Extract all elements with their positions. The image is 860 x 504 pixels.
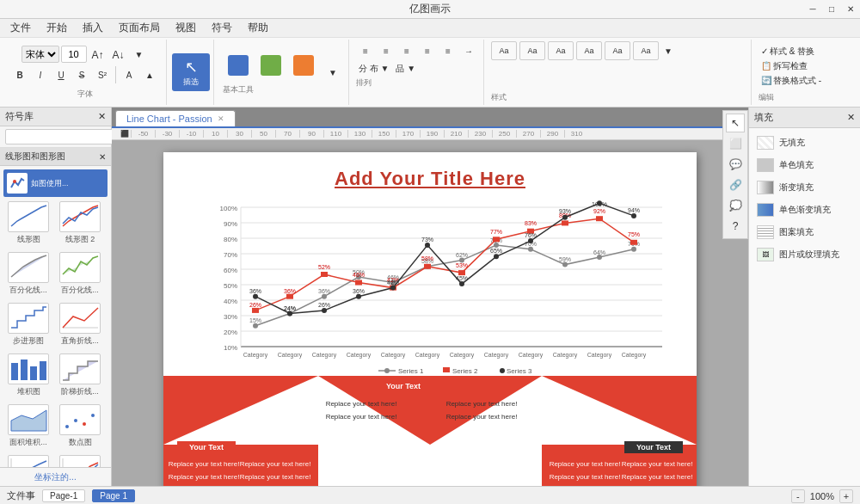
shadow-btn[interactable]: S² [93,66,112,85]
zoom-plus[interactable]: + [839,489,853,503]
right-panel-close[interactable]: ✕ [847,112,855,123]
zoom-minus[interactable]: - [791,489,805,503]
status-page-label[interactable]: Page-1 [42,489,85,502]
svg-text:Category: Category [243,352,268,359]
chart-thumb-pct1 [8,252,49,283]
maximize-btn[interactable]: □ [822,0,841,19]
style-more-btn[interactable]: ▼ [661,41,675,60]
section-close-btn[interactable]: ✕ [99,152,106,162]
replace-format-btn[interactable]: 🔄 替换格式式 - [759,74,824,88]
menu-start[interactable]: 开始 [40,19,74,37]
font-grow-btn[interactable]: A↑ [89,46,108,65]
more-shapes-btn[interactable]: ▼ [324,63,341,82]
fill-gradient[interactable]: 渐变填充 [754,178,855,197]
menu-symbol[interactable]: 符号 [205,19,239,37]
svg-point-56 [528,247,533,252]
svg-text:73%: 73% [421,237,433,243]
close-btn[interactable]: ✕ [841,0,860,19]
style-btn-2[interactable]: Aa [519,41,545,60]
chart-item-dot[interactable]: 数点图 [55,402,105,451]
shape-tool-btn[interactable] [223,50,254,81]
chart-item-step[interactable]: 步进形图 [3,300,53,349]
chart-item-line2[interactable]: 线形图 2 [55,199,105,248]
line-tool-btn[interactable] [255,50,286,81]
svg-text:Your Text: Your Text [386,382,421,390]
more-shapes-label[interactable]: 坐标注的... [34,471,76,483]
chart-item-pct2[interactable]: 百分化线... [55,249,105,298]
font-more-btn[interactable]: ▼ [130,46,149,65]
side-icon-shape[interactable]: ⬜ [726,134,745,153]
chart-item-coord2[interactable]: 坐标注的... [55,452,105,467]
tab-bar: Line Chart - Passion ✕ [112,108,748,128]
svg-rect-2 [21,360,28,380]
italic-btn[interactable]: I [31,66,50,85]
svg-text:Category: Category [312,352,337,359]
side-icon-help[interactable]: ? [726,217,745,236]
fill-solid-gradient[interactable]: 单色渐变填充 [754,200,855,219]
spacing-btn[interactable]: 分 布 ▼ [356,62,391,76]
style-btn-3[interactable]: Aa [548,41,574,60]
style-btn-1[interactable]: Aa [491,41,517,60]
chart-item-stack[interactable]: 堆积图 [3,351,53,400]
minimize-btn[interactable]: ─ [803,0,822,19]
font-size-input[interactable] [61,46,87,63]
ruler-horizontal: ⬛ -50 -30 -10 10 30 50 70 90 110 130 150… [112,128,748,140]
bold-btn[interactable]: B [10,66,29,85]
chart-item-ladder[interactable]: 阶梯折线... [55,351,105,400]
chart-item-line1[interactable]: 线形图 [3,199,53,248]
justify-btn[interactable]: ≡ [418,41,437,60]
menu-page-layout[interactable]: 页面布局 [112,19,167,37]
active-tab[interactable]: Line Chart - Passion ✕ [115,110,236,126]
style-btn-4[interactable]: Aa [576,41,602,60]
menu-view[interactable]: 视图 [169,19,203,37]
svg-text:Category: Category [347,352,372,359]
font-shrink-btn[interactable]: A↓ [109,46,128,65]
font-family-select[interactable]: 宋体 [22,46,59,63]
insert-main-btn[interactable]: ↖ 插选 [172,53,210,91]
chart-item-special[interactable]: 如图使用... [3,169,108,197]
fill-image[interactable]: 🖼 图片或纹理填充 [754,245,855,264]
underline-btn[interactable]: U [52,66,71,85]
list-btn[interactable]: ≡ [439,41,458,60]
fill-none[interactable]: 无填充 [754,133,855,152]
distribute-btn[interactable]: 品 ▼ [393,62,418,76]
align-center-btn[interactable]: ≡ [377,41,396,60]
chart-item-angle[interactable]: 直角折线... [55,300,105,349]
style-replace-btn[interactable]: ✓ 样式 & 替换 [759,45,824,58]
chart-label-line1: 线形图 [17,234,40,245]
tab-close-icon[interactable]: ✕ [218,114,224,123]
side-icon-link[interactable]: 🔗 [726,175,745,194]
strikethrough-btn[interactable]: S [72,66,91,85]
copy-format-btn[interactable]: 📋 拆写检查 [759,59,824,73]
side-icon-comment[interactable]: 💭 [726,196,745,215]
chart-item-coord1[interactable]: 坐标注的... [3,452,53,467]
font-color-btn[interactable]: A [120,66,138,85]
insert-label: 插选 [183,77,199,88]
menu-help[interactable]: 帮助 [241,19,275,37]
side-icon-text[interactable]: 💬 [726,155,745,174]
style-btn-6[interactable]: Aa [633,41,659,60]
chart-thumb-coord1 [8,455,49,467]
chart-item-area[interactable]: 面积堆积... [3,402,53,451]
chart-thumb-stack [8,353,49,384]
align-right-btn[interactable]: ≡ [397,41,416,60]
svg-marker-130 [318,445,542,486]
slide-title[interactable]: Add Your Title Here [335,168,525,189]
fill-pattern[interactable]: 图案填充 [754,223,855,242]
panel-close-btn[interactable]: ✕ [98,111,106,122]
menu-insert[interactable]: 插入 [76,19,110,37]
highlight-btn[interactable]: ▲ [140,66,159,85]
menu-file[interactable]: 文件 [3,19,38,37]
chart-item-pct1[interactable]: 百分化线... [3,249,53,298]
zoom-level: 100% [810,491,834,501]
side-icon-cursor[interactable]: ↖ [726,114,745,132]
indent-btn[interactable]: → [459,41,478,60]
fill-image-icon: 🖼 [757,248,774,261]
align-left-btn[interactable]: ≡ [356,41,375,60]
style-btn-5[interactable]: Aa [605,41,630,60]
fill-solid[interactable]: 单色填充 [754,156,855,175]
svg-text:Replace your text here!: Replace your text here! [169,473,240,481]
svg-point-57 [562,262,568,267]
page1-tab[interactable]: Page 1 [92,489,135,502]
text-tool-btn[interactable] [288,50,319,81]
